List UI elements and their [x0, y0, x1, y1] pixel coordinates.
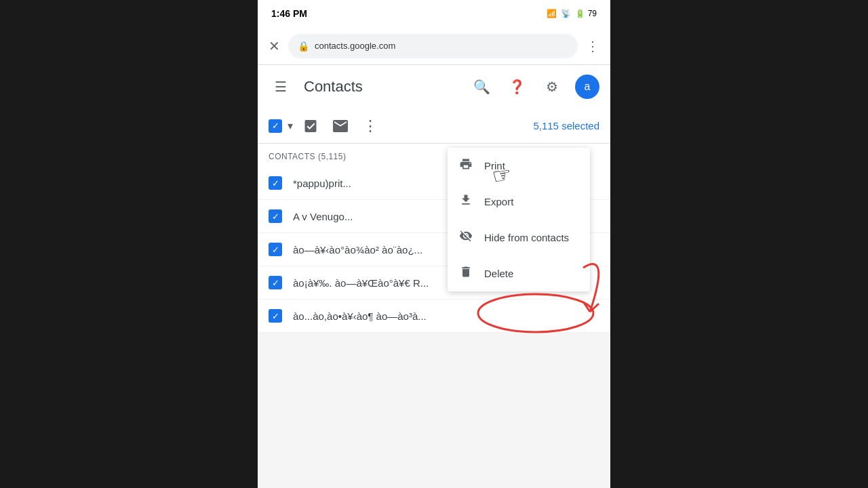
hide-icon [458, 229, 473, 246]
lock-icon: 🔒 [298, 41, 309, 52]
browser-more-icon[interactable]: ⋮ [586, 38, 599, 54]
contact-name-3: àο—à¥‹àο°àο¾àο² àο¨àο¿... [293, 244, 422, 256]
browser-bar: ✕ 🔒 contacts.google.com ⋮ [258, 27, 610, 65]
toolbar: ✓ ▾ ⋮ 5,115 selected [258, 108, 610, 144]
settings-icon[interactable]: ⚙ [540, 75, 564, 99]
status-time: 1:46 PM [271, 8, 307, 19]
contact-name-1: *pappu)prit... [293, 178, 351, 189]
contact-checkbox-4[interactable]: ✓ [269, 276, 282, 289]
app-title: Contacts [304, 78, 458, 96]
label-icon[interactable] [298, 114, 323, 138]
battery-icon: 🔋 79 [575, 9, 597, 18]
email-icon[interactable] [328, 114, 353, 138]
select-dropdown-icon[interactable]: ▾ [288, 119, 293, 132]
menu-item-hide[interactable]: Hide from contacts [448, 220, 590, 256]
contact-name-4: àο¡à¥‰. àο—à¥Œàο°à¥€ R... [293, 277, 429, 289]
avatar[interactable]: a [575, 75, 599, 99]
selected-count: 5,115 selected [533, 120, 599, 131]
contact-checkbox-5[interactable]: ✓ [269, 309, 282, 323]
contact-name-5: àο...àο,àο•à¥‹àο¶ àο—àο³à... [293, 310, 427, 322]
phone-screen: 1:46 PM 📶 📡 🔋 79 ✕ 🔒 contacts.google.com… [258, 0, 610, 488]
menu-icon[interactable]: ☰ [269, 75, 293, 99]
more-options-icon[interactable]: ⋮ [358, 114, 382, 138]
menu-item-export[interactable]: Export [448, 184, 590, 220]
dropdown-menu: Print Export Hide from contacts [448, 148, 590, 291]
url-bar[interactable]: 🔒 contacts.google.com [288, 34, 578, 58]
menu-print-label: Print [484, 160, 505, 171]
status-icons: 📶 📡 🔋 79 [547, 9, 597, 18]
contact-item-5[interactable]: ✓ àο...àο,àο•à¥‹àο¶ àο—àο³à... [258, 300, 610, 333]
menu-item-delete[interactable]: Delete [448, 256, 590, 291]
signal-icon: 📶 [547, 9, 557, 18]
status-bar: 1:46 PM 📶 📡 🔋 79 [258, 0, 610, 27]
contact-name-2: A v Venugo... [293, 211, 353, 222]
export-icon [458, 193, 473, 210]
contact-checkbox-1[interactable]: ✓ [269, 176, 282, 190]
app-header: ☰ Contacts 🔍 ❓ ⚙ a [258, 65, 610, 108]
contact-checkbox-2[interactable]: ✓ [269, 209, 282, 223]
wifi-icon: 📡 [561, 9, 571, 18]
search-icon[interactable]: 🔍 [469, 75, 494, 99]
close-tab-icon[interactable]: ✕ [269, 38, 280, 54]
select-all-checkbox[interactable]: ✓ [269, 119, 282, 133]
menu-export-label: Export [484, 196, 513, 207]
help-icon[interactable]: ❓ [505, 75, 529, 99]
delete-icon [458, 265, 473, 282]
menu-item-print[interactable]: Print [448, 148, 590, 184]
menu-hide-label: Hide from contacts [484, 232, 569, 243]
menu-delete-label: Delete [484, 268, 513, 279]
contact-checkbox-3[interactable]: ✓ [269, 243, 282, 256]
url-text: contacts.google.com [315, 41, 395, 51]
print-icon [458, 157, 473, 174]
